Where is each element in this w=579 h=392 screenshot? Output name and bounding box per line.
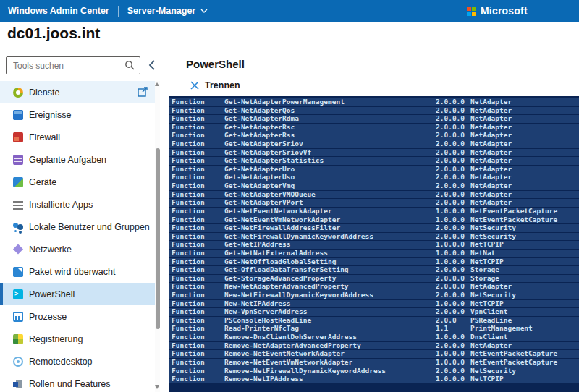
sidebar-item-label: Netzwerke <box>29 244 72 255</box>
microsoft-logo-text: Microsoft <box>481 5 528 17</box>
sidebar-item-processes[interactable]: Prozesse <box>0 305 155 328</box>
sidebar-item-local-users-groups[interactable]: Lokale Benutzer und Gruppen <box>0 216 155 238</box>
search-input[interactable] <box>6 56 140 74</box>
console-row: FunctionGet-NetEventVmNetworkAdapter1.0.… <box>169 216 579 224</box>
windows-admin-center-window: Windows Admin Center Server-Manager Micr… <box>0 0 579 392</box>
scroll-down-icon[interactable] <box>155 385 159 389</box>
sidebar-item-packet-monitoring[interactable]: Paket wird überwacht <box>0 260 155 283</box>
console-row: FunctionRemove-NetEventNetworkAdapter1.0… <box>169 350 579 358</box>
console-row: FunctionGet-NetAdapterUso2.0.0.0NetAdapt… <box>169 174 579 182</box>
sidebar-item-label: Installierte Apps <box>29 200 93 210</box>
registry-icon <box>13 334 23 344</box>
console-row: FunctionGet-NetAdapterUro2.0.0.0NetAdapt… <box>169 166 579 174</box>
console-row: FunctionGet-NetFirewallDynamicKeywordAdd… <box>169 233 579 241</box>
microsoft-logo: Microsoft <box>467 0 528 22</box>
sidebar-item-label: Paket wird überwacht <box>29 267 116 277</box>
sidebar-item-label: Prozesse <box>29 312 67 322</box>
services-gear-icon <box>13 88 23 98</box>
powershell-console-output[interactable]: FunctionGet-NetAdapterPowerManagement2.0… <box>169 96 579 392</box>
sidebar-item-label: PowerShell <box>29 289 75 299</box>
sidebar-item-label: Geplante Aufgaben <box>29 155 106 165</box>
console-row: FunctionGet-NetAdapterSriovVf2.0.0.0NetA… <box>169 149 579 157</box>
console-row: FunctionGet-NetAdapterSriov2.0.0.0NetAda… <box>169 140 579 148</box>
sidebar-item-devices[interactable]: Geräte <box>0 171 155 193</box>
chevron-left-icon[interactable] <box>146 59 159 72</box>
sidebar-item-powershell[interactable]: PowerShell <box>0 283 155 305</box>
sidebar-item-registry[interactable]: Registrierung <box>0 328 155 350</box>
search-icon <box>124 60 135 71</box>
tool-title: PowerShell <box>186 58 245 70</box>
sidebar-item-label: Registrierung <box>29 334 83 344</box>
sidebar-item-label: Rollen und Features <box>29 379 111 389</box>
users-groups-icon <box>13 222 23 232</box>
console-row: FunctionGet-NetAdapterQos2.0.0.0NetAdapt… <box>169 107 579 115</box>
sidebar-item-label: Ereignisse <box>29 110 71 120</box>
disconnect-label: Trennen <box>205 80 240 90</box>
installed-apps-icon <box>13 201 23 210</box>
devices-icon <box>13 177 23 187</box>
console-row: FunctionGet-NetEventNetworkAdapter1.0.0.… <box>169 208 579 216</box>
sidebar-item-label: Dienste <box>29 88 59 98</box>
console-row: FunctionGet-NetAdapterRdma2.0.0.0NetAdap… <box>169 115 579 123</box>
console-row: FunctionGet-NetOffloadGlobalSetting1.0.0… <box>169 258 579 266</box>
sidebar-item-events[interactable]: Ereignisse <box>0 103 155 126</box>
powershell-icon <box>13 289 23 299</box>
sidebar-item-label: Remotedesktop <box>29 357 93 367</box>
console-row: FunctionNew-NetFirewallDynamicKeywordAdd… <box>169 291 579 299</box>
microsoft-logo-icon <box>467 7 476 16</box>
sidebar-item-label: Firewall <box>29 132 60 142</box>
console-row: FunctionGet-StorageAdvancedProperty2.0.0… <box>169 275 579 283</box>
processes-icon <box>13 312 23 322</box>
console-row: FunctionGet-NetIPAddress1.0.0.0NetTCPIP <box>169 241 579 249</box>
console-row: FunctionRemove-NetIPAddress1.0.0.0NetTCP… <box>169 375 579 383</box>
console-row: FunctionRemove-NetFirewallDynamicKeyword… <box>169 367 579 375</box>
console-row: FunctionGet-NetAdapterStatistics2.0.0.0N… <box>169 157 579 165</box>
selected-accent-bar <box>0 283 3 305</box>
sidebar-item-firewall[interactable]: Firewall <box>0 126 155 148</box>
sidebar-item-scheduled-tasks[interactable]: Geplante Aufgaben <box>0 148 155 171</box>
tools-sidebar: DiensteEreignisseFirewallGeplante Aufgab… <box>0 48 161 392</box>
package-monitor-icon <box>13 267 23 277</box>
sidebar-item-roles-features[interactable]: Rollen und Features <box>0 372 155 392</box>
console-row: FunctionRemove-NetAdapterAdvancedPropert… <box>169 342 579 350</box>
sidebar-item-label: Lokale Benutzer und Gruppen <box>29 222 150 232</box>
network-icon <box>13 244 23 255</box>
sidebar-item-networks[interactable]: Netzwerke <box>0 238 155 260</box>
firewall-icon <box>13 132 23 142</box>
page-title: dc01.joos.int <box>7 25 100 42</box>
sidebar-menu: DiensteEreignisseFirewallGeplante Aufgab… <box>0 81 155 392</box>
sidebar-item-services[interactable]: Dienste <box>0 81 155 103</box>
scheduled-tasks-icon <box>13 155 23 165</box>
events-icon <box>13 110 23 120</box>
open-in-new-icon[interactable] <box>138 87 148 97</box>
console-row: FunctionGet-NetFirewallAddressFilter2.0.… <box>169 224 579 232</box>
sidebar-scrollbar[interactable] <box>155 81 160 392</box>
console-row: FunctionGet-NetAdapterVMQQueue2.0.0.0Net… <box>169 191 579 199</box>
console-row: FunctionPSConsoleHostReadLine2.0.0PSRead… <box>169 317 579 325</box>
sidebar-item-installed-apps[interactable]: Installierte Apps <box>0 193 155 216</box>
console-row: FunctionRead-PrinterNfcTag1.1PrintManage… <box>169 325 579 333</box>
sidebar-item-label: Geräte <box>29 177 56 187</box>
topbar-divider <box>118 6 119 17</box>
console-row: FunctionRemove-DnsClientDohServerAddress… <box>169 333 579 341</box>
solution-picker-label: Server-Manager <box>127 6 196 16</box>
console-row: FunctionGet-NetAdapterRss2.0.0.0NetAdapt… <box>169 132 579 140</box>
app-title[interactable]: Windows Admin Center <box>8 6 109 16</box>
solution-picker[interactable]: Server-Manager <box>127 6 208 16</box>
roles-features-icon <box>16 380 22 388</box>
console-row: FunctionGet-OffloadDataTransferSetting2.… <box>169 266 579 274</box>
console-row: FunctionNew-NetIPAddress1.0.0.0NetTCPIP <box>169 300 579 308</box>
console-row: FunctionRemove-NetEventVmNetworkAdapter1… <box>169 359 579 367</box>
console-row: FunctionNew-NetAdapterAdvancedProperty2.… <box>169 283 579 291</box>
console-row: FunctionGet-NetAdapterRsc2.0.0.0NetAdapt… <box>169 124 579 132</box>
sidebar-item-remote-desktop[interactable]: Remotedesktop <box>0 350 155 372</box>
scroll-up-icon[interactable] <box>155 82 159 86</box>
console-row: FunctionGet-NetAdapterVmq2.0.0.0NetAdapt… <box>169 182 579 190</box>
scrollbar-thumb[interactable] <box>156 148 160 329</box>
console-row: FunctionGet-NetNatExternalAddress1.0.0.0… <box>169 250 579 257</box>
disconnect-button[interactable]: Trennen <box>190 80 240 90</box>
x-icon <box>190 81 199 90</box>
remote-desktop-icon <box>13 357 23 367</box>
console-row: FunctionGet-NetAdapterVPort2.0.0.0NetAda… <box>169 199 579 207</box>
chevron-down-icon <box>200 9 208 13</box>
